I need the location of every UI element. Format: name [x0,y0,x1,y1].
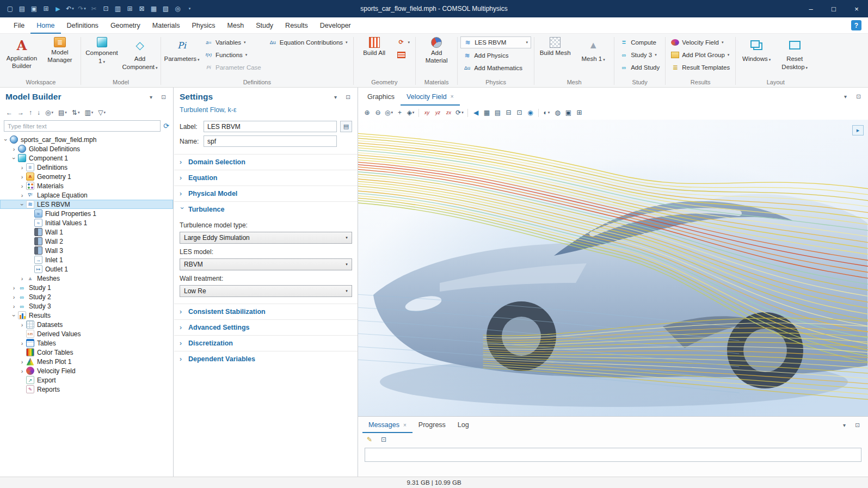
tree-item-outlet-1[interactable]: Outlet 1 [0,264,173,274]
chevron-down-icon[interactable]: ▾ [331,93,340,101]
close-tab-icon[interactable]: × [451,94,454,100]
menu-tab-definitions[interactable]: Definitions [61,17,104,34]
expand-icon[interactable]: › [19,192,26,199]
environment-icon[interactable]: ◍ [552,107,563,118]
view-xy-icon[interactable]: xy [422,107,432,118]
forward-icon[interactable]: → [15,107,26,118]
export-image-icon[interactable]: ⊟ [503,107,514,118]
section-advanced-settings[interactable]: › Advanced Settings [174,319,358,335]
open-file-icon[interactable]: ▤ [16,3,28,15]
tree-item-fluid-properties-1[interactable]: Fluid Properties 1 [0,209,173,218]
application-builder-button[interactable]: Application Builder [4,35,40,71]
float-panel-icon[interactable]: ⊡ [344,93,352,101]
run-icon[interactable]: ▶ [52,3,64,15]
build-all-button[interactable]: Build All [356,35,392,58]
geometry-rebuild-button[interactable]: ▾ [395,36,413,48]
tab-log[interactable]: Log [452,417,475,433]
snapshot-icon[interactable]: ▣ [563,107,574,118]
paste-icon[interactable]: ▥ [112,3,124,15]
collapse-icon[interactable]: › [19,201,26,208]
expand-icon[interactable]: › [10,294,17,300]
turbulence-model-type-select[interactable]: Large Eddy Simulation ▾ [180,232,352,244]
delete-icon[interactable]: ⊠ [136,3,147,15]
tree-item-reports[interactable]: Reports [0,385,173,394]
menu-tab-geometry[interactable]: Geometry [104,17,146,34]
node-label-icon[interactable]: ▤▾ [56,107,69,118]
section-turbulence[interactable]: › Turbulence [174,201,358,217]
menu-tab-study[interactable]: Study [250,17,279,34]
scene-light-icon[interactable]: ◐▾ [541,107,552,118]
equation-contributions-button[interactable]: Equation Contributions ▾ [266,36,350,48]
tree-item-materials[interactable]: ›Materials [0,181,173,190]
copy-icon[interactable]: ⊡ [100,3,112,15]
help-button[interactable]: ? [851,20,861,30]
study-3-button[interactable]: Study 3 ▾ [617,49,662,60]
expand-icon[interactable]: › [19,359,26,365]
collapse-icon[interactable]: › [3,136,9,143]
plot-data-table-icon[interactable]: ▤ [493,107,503,118]
zoom-node-icon[interactable]: ◎ [172,3,183,15]
zoom-out-icon[interactable]: ⊖ [373,107,383,118]
zoom-extents-icon[interactable]: + [395,107,405,118]
add-study-button[interactable]: Add Study [617,61,662,73]
duplicate-icon[interactable]: ⊞ [124,3,136,15]
menu-tab-file[interactable]: File [8,17,30,34]
tree-item-wall-3[interactable]: Wall 3 [0,246,173,255]
tree-item-color-tables[interactable]: Color Tables [0,348,173,357]
name-input[interactable] [204,135,337,147]
filter-icon[interactable]: ▽▾ [96,107,108,118]
label-input[interactable] [204,121,337,132]
windows-button[interactable]: Windows▾ [738,35,774,64]
add-view-icon[interactable]: ⊡ [514,107,525,118]
les-model-select[interactable]: RBVM ▾ [180,258,352,270]
tree-item-results[interactable]: ›Results [0,311,173,320]
close-tab-icon[interactable]: × [403,422,407,428]
back-icon[interactable]: ← [4,107,15,118]
tree-item-meshes[interactable]: ›Meshes [0,274,173,283]
tree-item-initial-values-1[interactable]: Initial Values 1 [0,218,173,227]
tree-item-component-1[interactable]: ›Component 1 [0,153,173,163]
messages-list[interactable] [365,448,861,462]
reset-desktop-button[interactable]: Reset Desktop▾ [777,35,812,72]
cut-icon[interactable]: ✂ [88,3,100,15]
tree-item-study-1[interactable]: ›Study 1 [0,283,173,292]
expand-icon[interactable]: › [10,146,17,152]
tree-item-study-3[interactable]: ›Study 3 [0,301,173,311]
tab-graphics[interactable]: Graphics [361,88,401,106]
customize-toolbar-icon[interactable]: ▾ [184,3,195,15]
tree-item-mesh-plot-1[interactable]: ›Mesh Plot 1 [0,357,173,366]
tree-item-les-rbvm[interactable]: ›LES RBVM [0,200,173,209]
tree-item-sports-car-flow-field-mph[interactable]: ›sports_car_flow_field.mph [0,135,173,144]
expand-icon[interactable]: › [19,368,26,374]
plot-settings-toggle-icon[interactable]: ▸ [852,125,864,135]
model-node-icon[interactable]: ▦ [148,3,159,15]
copy-messages-icon[interactable]: ⊡ [379,435,389,444]
tree-item-datasets[interactable]: ›Datasets [0,320,173,329]
section-equation[interactable]: › Equation [174,170,358,186]
result-templates-button[interactable]: Result Templates [668,61,732,73]
redo-icon[interactable]: ↷▾ [76,3,88,15]
expand-icon[interactable]: › [19,174,26,180]
sound-icon[interactable]: ◀ [471,107,481,118]
parameters-button[interactable]: Parameters▾ [164,35,200,64]
tree-item-laplace-equation[interactable]: ›Laplace Equation [0,190,173,200]
float-panel-icon[interactable]: ⊡ [159,93,168,101]
image-to-table-icon[interactable]: ▦ [482,107,492,118]
section-physical-model[interactable]: › Physical Model [174,186,358,201]
columns-icon[interactable]: ▥▾ [82,107,95,118]
add-component-button[interactable]: Add Component▾ [122,35,158,72]
clear-messages-icon[interactable]: ✎ [365,435,374,444]
menu-tab-developer[interactable]: Developer [314,17,357,34]
mesh-1-button[interactable]: Mesh 1▾ [575,35,611,64]
tab-velocity-field[interactable]: Velocity Field × [401,88,460,106]
rename-icon[interactable]: ▤ [340,121,352,132]
view-yz-icon[interactable]: yz [433,107,443,118]
float-panel-icon[interactable]: ⊡ [854,92,863,101]
maximize-button[interactable]: □ [822,0,845,17]
parameter-case-button[interactable]: Parameter Case [202,61,264,73]
save-icon[interactable]: ▣ [28,3,40,15]
tree-item-global-definitions[interactable]: ›Global Definitions [0,144,173,153]
collapse-icon[interactable]: › [11,312,17,319]
tab-messages[interactable]: Messages × [362,417,413,433]
section-domain-selection[interactable]: › Domain Selection [174,154,358,170]
